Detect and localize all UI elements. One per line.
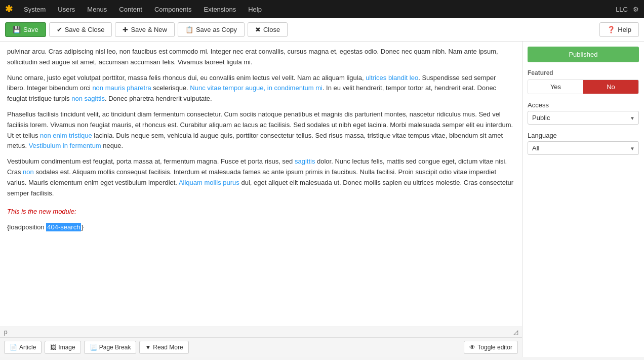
featured-no-button[interactable]: No [583,80,638,94]
published-button[interactable]: Published [528,47,639,62]
image-button[interactable]: 🖼 Image [45,341,80,354]
editor-content-wrapper: pulvinar arcu. Cras adipiscing nisl leo,… [0,42,522,327]
joomla-logo: ✱ [5,4,13,15]
access-label: Access [528,101,639,109]
page-break-button[interactable]: 📃 Page Break [84,341,137,354]
sidebar-access-section: Access Public Registered Special [528,101,639,125]
sidebar-language-section: Language All English French [528,132,639,155]
gear-icon[interactable]: ⚙ [633,6,639,13]
loadposition-highlight: 404-search [46,223,81,231]
nav-content[interactable]: Content [113,0,148,18]
check-icon: ✔ [57,26,62,33]
plus-icon: ✚ [123,26,128,33]
module-intro-text: This is the new module: [7,208,76,215]
help-button[interactable]: ❓ Help [599,22,639,37]
nav-components[interactable]: Components [148,0,198,18]
paragraph-2: Nunc ornare, justo eget volutpat porttit… [7,73,515,104]
save-new-label: Save & New [131,26,167,33]
module-intro: This is the new module: [7,207,515,217]
save-button[interactable]: 💾 Save [5,22,46,37]
toggle-icon: 👁 [469,344,475,351]
sidebar-published-section: Published [528,47,639,62]
close-label: Close [263,26,280,33]
nav-extensions[interactable]: Extensions [198,0,243,18]
access-select-wrapper: Public Registered Special [528,111,639,125]
toggle-editor-label: Toggle editor [477,344,512,351]
read-more-button[interactable]: ▼ Read More [139,341,188,354]
save-copy-button[interactable]: 📋 Save as Copy [178,22,245,37]
toolbar: 💾 Save ✔ Save & Close ✚ Save & New 📋 Sav… [0,18,644,42]
language-select[interactable]: All English French [528,141,639,155]
nav-right: LLC ⚙ [616,6,639,13]
nav-system[interactable]: System [18,0,52,18]
paragraph-3: Phasellus facilisis tincidunt velit, ac … [7,109,515,151]
nav-users[interactable]: Users [52,0,81,18]
article-label: Article [19,344,36,351]
save-copy-label: Save as Copy [196,26,237,33]
paragraph-4: Vestibulum condimentum est feugiat, port… [7,156,515,198]
save-new-button[interactable]: ✚ Save & New [115,22,175,37]
read-more-label: Read More [153,344,183,351]
nav-help[interactable]: Help [242,0,268,18]
x-icon: ✖ [255,26,261,33]
save-close-button[interactable]: ✔ Save & Close [49,22,112,37]
loadposition-line: {loadposition 404-search} [7,222,515,233]
navbar: ✱ System Users Menus Content Components … [0,0,644,18]
article-icon: 📄 [10,344,17,351]
help-label: Help [618,26,631,33]
access-select[interactable]: Public Registered Special [528,111,639,125]
status-tag: p [4,329,8,336]
save-icon: 💾 [13,26,21,33]
sidebar: Published Featured Yes No Access Public … [522,42,644,357]
language-label: Language [528,132,639,139]
nav-right-label: LLC [616,6,628,13]
featured-yes-button[interactable]: Yes [528,80,583,94]
page-break-label: Page Break [99,344,131,351]
image-label: Image [58,344,75,351]
copy-icon: 📋 [185,26,193,33]
paragraph-1: pulvinar arcu. Cras adipiscing nisl leo,… [7,47,515,68]
featured-label: Featured [528,69,639,76]
read-more-icon: ▼ [145,344,151,351]
editor-bottom-toolbar: 📄 Article 🖼 Image 📃 Page Break ▼ Read Mo… [0,337,522,357]
editor-status: p ◿ [0,327,522,337]
language-select-wrapper: All English French [528,141,639,155]
main-layout: pulvinar arcu. Cras adipiscing nisl leo,… [0,42,644,357]
save-close-label: Save & Close [65,26,105,33]
save-label: Save [23,26,38,33]
help-icon: ❓ [607,26,615,33]
close-button[interactable]: ✖ Close [248,22,288,37]
featured-toggle: Yes No [528,79,639,94]
editor-area: pulvinar arcu. Cras adipiscing nisl leo,… [0,42,522,357]
nav-menus[interactable]: Menus [81,0,113,18]
image-icon: 🖼 [50,344,56,351]
sidebar-featured-section: Featured Yes No [528,69,639,94]
page-break-icon: 📃 [90,344,97,351]
toggle-editor-button[interactable]: 👁 Toggle editor [464,341,518,354]
article-button[interactable]: 📄 Article [4,341,42,354]
editor-content[interactable]: pulvinar arcu. Cras adipiscing nisl leo,… [0,42,522,327]
resize-handle[interactable]: ◿ [513,329,518,336]
